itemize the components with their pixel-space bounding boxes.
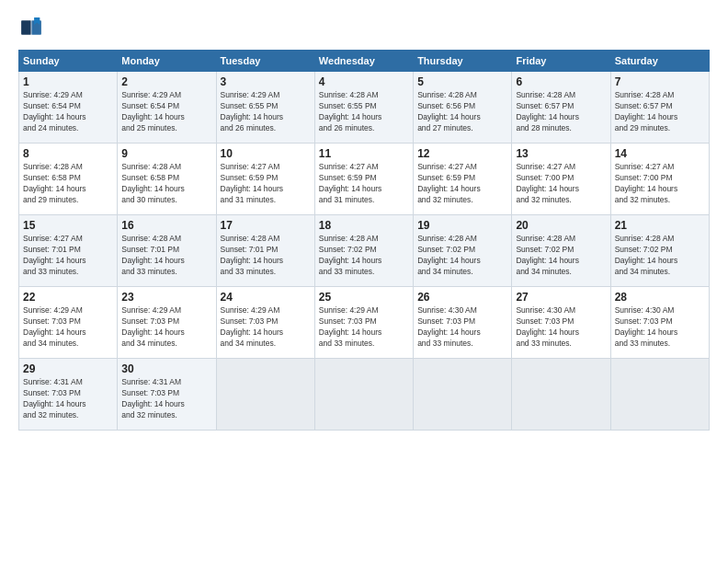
sunrise: Sunrise: 4:28 AM — [615, 234, 675, 243]
sunrise: Sunrise: 4:29 AM — [221, 305, 280, 315]
day-number: 5 — [417, 75, 507, 88]
daylight-minutes: and 29 minutes. — [615, 123, 670, 132]
day-info: Sunrise: 4:28 AM Sunset: 7:02 PM Dayligh… — [319, 234, 409, 278]
calendar-cell: 24 Sunrise: 4:29 AM Sunset: 7:03 PM Dayl… — [216, 287, 314, 359]
sunrise: Sunrise: 4:27 AM — [221, 162, 280, 171]
weekday-header: Wednesday — [314, 51, 413, 72]
calendar-cell: 15 Sunrise: 4:27 AM Sunset: 7:01 PM Dayl… — [19, 215, 118, 287]
daylight: Daylight: 14 hours — [23, 184, 86, 193]
day-number: 25 — [319, 291, 409, 304]
calendar-cell: 27 Sunrise: 4:30 AM Sunset: 7:03 PM Dayl… — [512, 287, 610, 359]
day-number: 16 — [121, 219, 211, 232]
sunrise: Sunrise: 4:28 AM — [516, 90, 575, 99]
calendar-row: 22 Sunrise: 4:29 AM Sunset: 7:03 PM Dayl… — [19, 287, 710, 359]
sunset: Sunset: 7:03 PM — [23, 316, 81, 326]
sunset: Sunset: 7:03 PM — [121, 316, 179, 326]
calendar-cell: 21 Sunrise: 4:28 AM Sunset: 7:02 PM Dayl… — [610, 215, 709, 287]
sunset: Sunset: 7:03 PM — [221, 316, 279, 326]
sunrise: Sunrise: 4:29 AM — [121, 90, 181, 99]
day-number: 18 — [319, 219, 409, 232]
sunrise: Sunrise: 4:31 AM — [121, 377, 181, 386]
daylight-minutes: and 33 minutes. — [221, 267, 276, 276]
sunset: Sunset: 7:02 PM — [417, 245, 475, 254]
calendar-cell: 9 Sunrise: 4:28 AM Sunset: 6:58 PM Dayli… — [118, 144, 216, 215]
weekday-header: Sunday — [19, 51, 118, 72]
header — [18, 15, 710, 40]
sunset: Sunset: 7:02 PM — [516, 245, 574, 254]
svg-rect-1 — [21, 20, 31, 35]
logo — [18, 15, 48, 40]
day-info: Sunrise: 4:27 AM Sunset: 6:59 PM Dayligh… — [221, 162, 311, 206]
day-info: Sunrise: 4:29 AM Sunset: 6:54 PM Dayligh… — [121, 90, 211, 134]
day-number: 12 — [417, 147, 507, 160]
calendar-cell: 2 Sunrise: 4:29 AM Sunset: 6:54 PM Dayli… — [118, 72, 216, 144]
sunrise: Sunrise: 4:29 AM — [23, 90, 83, 99]
daylight: Daylight: 14 hours — [221, 112, 284, 121]
sunset: Sunset: 7:02 PM — [615, 245, 673, 254]
weekday-header: Tuesday — [216, 51, 314, 72]
daylight: Daylight: 14 hours — [516, 184, 579, 193]
daylight: Daylight: 14 hours — [121, 112, 185, 121]
calendar-row: 15 Sunrise: 4:27 AM Sunset: 7:01 PM Dayl… — [19, 215, 710, 287]
sunrise: Sunrise: 4:31 AM — [23, 377, 83, 386]
daylight: Daylight: 14 hours — [121, 256, 185, 265]
calendar-cell: 20 Sunrise: 4:28 AM Sunset: 7:02 PM Dayl… — [512, 215, 610, 287]
day-info: Sunrise: 4:30 AM Sunset: 7:03 PM Dayligh… — [516, 305, 606, 350]
daylight-minutes: and 32 minutes. — [417, 195, 472, 204]
daylight: Daylight: 14 hours — [417, 256, 481, 265]
daylight-minutes: and 29 minutes. — [23, 195, 78, 204]
daylight-minutes: and 31 minutes. — [221, 195, 276, 204]
daylight-minutes: and 33 minutes. — [615, 339, 670, 348]
daylight: Daylight: 14 hours — [319, 184, 382, 193]
daylight-minutes: and 34 minutes. — [23, 339, 78, 348]
day-number: 1 — [23, 75, 113, 88]
day-number: 21 — [615, 219, 705, 232]
daylight-minutes: and 25 minutes. — [121, 123, 176, 132]
sunset: Sunset: 6:57 PM — [516, 101, 574, 110]
day-info: Sunrise: 4:31 AM Sunset: 7:03 PM Dayligh… — [121, 377, 211, 421]
sunset: Sunset: 6:55 PM — [221, 101, 279, 110]
sunrise: Sunrise: 4:28 AM — [417, 234, 477, 243]
daylight: Daylight: 14 hours — [615, 327, 678, 337]
sunset: Sunset: 7:01 PM — [121, 245, 179, 254]
daylight-minutes: and 27 minutes. — [417, 123, 472, 132]
sunset: Sunset: 6:56 PM — [417, 101, 475, 110]
day-number: 28 — [615, 291, 705, 304]
daylight: Daylight: 14 hours — [221, 256, 284, 265]
calendar-table: SundayMondayTuesdayWednesdayThursdayFrid… — [18, 50, 710, 431]
daylight: Daylight: 14 hours — [319, 327, 382, 337]
page: SundayMondayTuesdayWednesdayThursdayFrid… — [0, 0, 728, 563]
daylight: Daylight: 14 hours — [23, 399, 86, 408]
calendar-cell: 11 Sunrise: 4:27 AM Sunset: 6:59 PM Dayl… — [314, 144, 413, 215]
calendar-cell — [216, 359, 314, 431]
calendar-cell: 19 Sunrise: 4:28 AM Sunset: 7:02 PM Dayl… — [414, 215, 512, 287]
day-number: 4 — [319, 75, 409, 88]
day-info: Sunrise: 4:29 AM Sunset: 7:03 PM Dayligh… — [319, 305, 409, 350]
daylight: Daylight: 14 hours — [516, 327, 579, 337]
calendar-cell — [314, 359, 413, 431]
calendar-cell: 26 Sunrise: 4:30 AM Sunset: 7:03 PM Dayl… — [414, 287, 512, 359]
day-info: Sunrise: 4:29 AM Sunset: 7:03 PM Dayligh… — [121, 305, 211, 350]
day-number: 17 — [221, 219, 311, 232]
calendar-cell — [610, 359, 709, 431]
day-info: Sunrise: 4:27 AM Sunset: 7:00 PM Dayligh… — [516, 162, 606, 206]
day-info: Sunrise: 4:30 AM Sunset: 7:03 PM Dayligh… — [417, 305, 507, 350]
sunset: Sunset: 7:03 PM — [319, 316, 377, 326]
calendar-cell: 1 Sunrise: 4:29 AM Sunset: 6:54 PM Dayli… — [19, 72, 118, 144]
day-info: Sunrise: 4:30 AM Sunset: 7:03 PM Dayligh… — [615, 305, 705, 350]
sunrise: Sunrise: 4:27 AM — [23, 234, 83, 243]
day-number: 24 — [221, 291, 311, 304]
calendar-cell: 17 Sunrise: 4:28 AM Sunset: 7:01 PM Dayl… — [216, 215, 314, 287]
day-number: 3 — [221, 75, 311, 88]
sunset: Sunset: 6:57 PM — [615, 101, 673, 110]
sunrise: Sunrise: 4:29 AM — [121, 305, 181, 315]
daylight: Daylight: 14 hours — [221, 327, 284, 337]
sunrise: Sunrise: 4:28 AM — [615, 90, 675, 99]
sunrise: Sunrise: 4:28 AM — [221, 234, 280, 243]
day-number: 27 — [516, 291, 606, 304]
daylight: Daylight: 14 hours — [319, 112, 382, 121]
day-number: 29 — [23, 362, 113, 375]
sunrise: Sunrise: 4:28 AM — [23, 162, 83, 171]
daylight-minutes: and 34 minutes. — [417, 267, 472, 276]
daylight: Daylight: 14 hours — [121, 399, 185, 408]
